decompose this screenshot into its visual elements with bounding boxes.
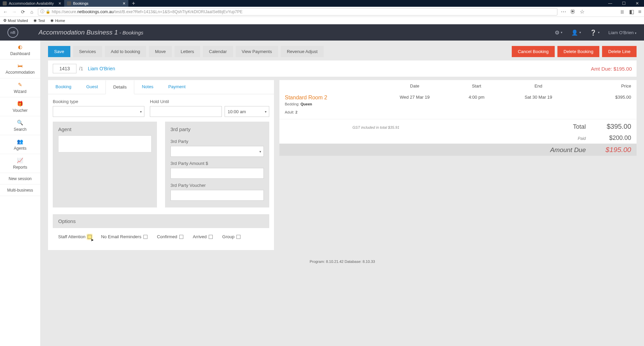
bookmark-item[interactable]: ◉Test: [33, 18, 45, 23]
group-checkbox[interactable]: Group: [222, 234, 240, 239]
calendar-button[interactable]: Calendar: [203, 46, 233, 57]
revenue-adjust-button[interactable]: Revenue Adjust: [281, 46, 324, 57]
amount-due-line: Amount Due $195.00: [279, 144, 637, 156]
bookmarks-bar: ✿Most Visited ◉Test ◉Home: [0, 17, 644, 24]
browser-tab[interactable]: Accommodation Availability ×: [0, 0, 64, 7]
save-button[interactable]: Save: [48, 46, 70, 57]
view-payments-button[interactable]: View Payments: [236, 46, 278, 57]
sidebar-item-agents[interactable]: 👥Agents: [0, 135, 40, 154]
wand-icon: ✎: [18, 82, 22, 88]
reload-icon[interactable]: ⟳: [20, 9, 26, 15]
library-icon[interactable]: ⫼: [620, 9, 625, 15]
booking-type-select[interactable]: [53, 106, 144, 117]
user-menu[interactable]: Liam O'Brien ▾: [608, 30, 637, 35]
cursor-icon: ➤: [91, 238, 94, 242]
guest-link[interactable]: Liam O'Brien: [88, 66, 115, 71]
user-icon[interactable]: 👤▾: [571, 29, 581, 36]
sidebar: ◐Dashboard 🛏Accommodation ✎Wizard 🎁Vouch…: [0, 41, 41, 346]
close-icon[interactable]: ×: [123, 1, 125, 6]
shield-icon[interactable]: ⛨: [570, 9, 576, 15]
options-title: Options: [53, 214, 269, 228]
sidebar-icon[interactable]: ◧: [629, 8, 634, 15]
delete-line-button[interactable]: Delete Line: [602, 46, 637, 57]
tab-details[interactable]: Details: [106, 80, 135, 94]
delete-booking-button[interactable]: Delete Booking: [557, 46, 599, 57]
tab-label: Bookings: [73, 1, 88, 5]
favicon-icon: [67, 1, 71, 5]
tab-strip: Booking Guest Details Notes Payment: [48, 80, 274, 94]
url-text: https://secure.netbookings.com.au/test/B…: [52, 9, 243, 14]
booking-end: Sat 30 Mar 19: [507, 95, 569, 100]
tab-notes[interactable]: Notes: [134, 80, 161, 94]
search-icon: 🔍: [17, 120, 23, 126]
third-party-amount-input[interactable]: [170, 168, 264, 179]
menu-icon[interactable]: ≡: [638, 9, 641, 15]
hold-until-time-select[interactable]: [225, 106, 269, 117]
paid-line: Paid $200.00: [279, 132, 637, 144]
amount-due-header: Amt Due: $195.00: [591, 66, 632, 72]
forward-icon[interactable]: →: [12, 9, 17, 15]
lock-icon: 🔒: [46, 9, 50, 14]
browser-titlebar: Accommodation Availability × Bookings × …: [0, 0, 644, 7]
logo-icon[interactable]: nB: [7, 27, 18, 38]
sidebar-item-wizard[interactable]: ✎Wizard: [0, 78, 40, 97]
more-icon[interactable]: ⋯: [561, 8, 566, 15]
hold-until-date-input[interactable]: [150, 106, 222, 117]
confirmed-checkbox[interactable]: Confirmed: [157, 234, 183, 239]
booking-date: Wed 27 Mar 19: [384, 95, 446, 100]
booking-id-input[interactable]: [53, 64, 76, 73]
help-icon[interactable]: ❔▾: [590, 29, 600, 36]
sidebar-item-search[interactable]: 🔍Search: [0, 116, 40, 135]
add-to-booking-button[interactable]: Add to booking: [105, 46, 146, 57]
tab-label: Accommodation Availability: [9, 1, 54, 5]
sidebar-item-reports[interactable]: 📈Reports: [0, 154, 40, 173]
sidebar-item-new-session[interactable]: New session: [0, 173, 40, 184]
back-icon[interactable]: ←: [3, 9, 8, 15]
minimize-icon[interactable]: —: [603, 0, 617, 7]
booking-type-label: Booking type: [53, 99, 144, 104]
maximize-icon[interactable]: ☐: [617, 0, 630, 7]
people-icon: 👥: [17, 139, 23, 145]
options-panel: Options Staff Attention ➤ No Email Remin…: [53, 214, 269, 245]
footer-version: Program: 8.10.21.42 Database: 8.10.33: [48, 260, 637, 264]
gst-note: GST included in total $35.91: [285, 125, 399, 129]
home-icon[interactable]: ⌂: [29, 9, 34, 15]
tab-guest[interactable]: Guest: [79, 80, 106, 94]
no-email-reminders-checkbox[interactable]: No Email Reminders: [101, 234, 147, 239]
settings-icon[interactable]: ⚙▾: [555, 29, 562, 36]
tab-payment[interactable]: Payment: [161, 80, 193, 94]
sidebar-item-voucher[interactable]: 🎁Voucher: [0, 97, 40, 116]
window-controls: — ☐ ✕: [603, 0, 644, 7]
info-icon[interactable]: ⓘ: [40, 9, 44, 15]
url-bar[interactable]: ⓘ 🔒 https://secure.netbookings.com.au/te…: [38, 8, 557, 16]
staff-attention-checkbox[interactable]: Staff Attention ➤: [58, 234, 92, 239]
third-party-select[interactable]: [170, 146, 264, 157]
browser-toolbar: ← → ⟳ ⌂ ⓘ 🔒 https://secure.netbookings.c…: [0, 7, 644, 17]
favicon-icon: ◉: [33, 18, 37, 23]
sidebar-item-dashboard[interactable]: ◐Dashboard: [0, 41, 40, 59]
third-party-amount-label: 3rd Party Amount $: [170, 161, 264, 166]
booking-tabs-panel: Booking Guest Details Notes Payment Book…: [48, 80, 274, 250]
sidebar-item-accommodation[interactable]: 🛏Accommodation: [0, 59, 40, 78]
checkbox-icon: [179, 235, 183, 239]
close-icon[interactable]: ×: [59, 1, 61, 6]
close-window-icon[interactable]: ✕: [630, 0, 644, 7]
bookmark-item[interactable]: ◉Home: [50, 18, 65, 23]
tab-booking[interactable]: Booking: [48, 80, 79, 94]
cancel-booking-button[interactable]: Cancel Booking: [512, 46, 555, 57]
bookmark-item[interactable]: ✿Most Visited: [3, 18, 28, 23]
new-tab-button[interactable]: +: [129, 0, 138, 7]
total-line: GST included in total $35.91 Total $395.…: [279, 119, 637, 132]
browser-tab[interactable]: Bookings ×: [64, 0, 129, 7]
third-party-voucher-input[interactable]: [170, 190, 264, 201]
arrived-checkbox[interactable]: Arrived: [193, 234, 213, 239]
summary-line-item[interactable]: Standard Room 2 Bedding: Queen Wed 27 Ma…: [279, 92, 637, 107]
sidebar-item-multi-business[interactable]: Multi-business: [0, 184, 40, 196]
checkbox-icon: [143, 235, 147, 239]
letters-button[interactable]: Letters: [175, 46, 200, 57]
services-button[interactable]: Services: [73, 46, 102, 57]
booking-summary: Date Start End Price Standard Room 2 Bed…: [279, 80, 637, 156]
room-bedding: Bedding: Queen: [285, 102, 384, 106]
star-icon[interactable]: ☆: [580, 8, 584, 15]
move-button[interactable]: Move: [149, 46, 172, 57]
